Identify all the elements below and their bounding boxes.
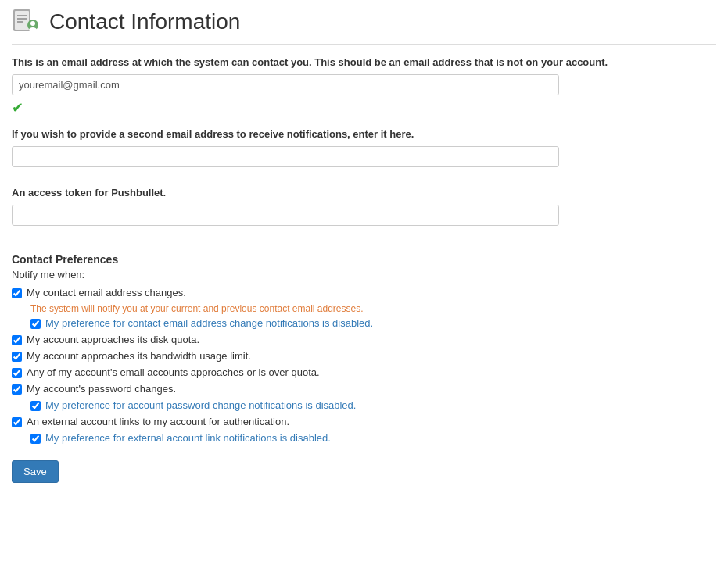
contact-icon [12,8,40,36]
primary-email-group: This is an email address at which the sy… [12,56,716,116]
save-button[interactable]: Save [12,460,59,483]
pref-contact-email-disabled-label: My preference for contact email address … [45,317,373,329]
pref-password-disabled-checkbox[interactable] [30,401,41,411]
pref-password-checkbox[interactable] [12,384,22,395]
pref-email-quota-label: Any of my account's email accounts appro… [27,366,320,378]
pref-external-account-checkbox[interactable] [12,417,22,427]
pushbullet-group: An access token for Pushbullet. [12,187,716,226]
pref-password-disabled-label: My preference for account password chang… [45,399,356,411]
primary-email-description: This is an email address at which the sy… [12,56,716,68]
pref-password-item: My account's password changes. [12,383,716,395]
contact-email-sub-note: The system will notify you at your curre… [30,303,716,314]
pref-disk-quota-checkbox[interactable] [12,335,22,345]
pushbullet-input[interactable] [12,205,559,226]
svg-rect-1 [15,11,29,30]
secondary-email-description: If you wish to provide a second email ad… [12,128,716,140]
contact-preferences-section: Contact Preferences Notify me when: My c… [12,253,716,444]
pref-contact-email-label: My contact email address changes. [27,287,186,298]
pref-email-quota-item: Any of my account's email accounts appro… [12,366,716,378]
page-header: Contact Information [12,8,716,45]
pref-external-disabled-item: My preference for external account link … [30,432,716,444]
page-container: Contact Information This is an email add… [0,0,728,586]
pref-external-disabled-checkbox[interactable] [30,434,41,444]
pref-external-account-item: An external account links to my account … [12,416,716,427]
primary-email-input[interactable] [12,74,559,95]
pref-external-account-label: An external account links to my account … [27,416,289,427]
pref-password-label: My account's password changes. [27,383,176,395]
contact-prefs-title: Contact Preferences [12,253,716,266]
secondary-email-input[interactable] [12,146,559,167]
svg-point-6 [30,21,35,26]
pref-contact-email-disabled-checkbox[interactable] [30,319,41,329]
svg-point-7 [29,27,37,32]
secondary-email-group: If you wish to provide a second email ad… [12,128,716,167]
pref-bandwidth-checkbox[interactable] [12,352,22,362]
pref-password-disabled-item: My preference for account password chang… [30,399,716,411]
pref-email-quota-checkbox[interactable] [12,368,22,378]
pref-bandwidth-item: My account approaches its bandwidth usag… [12,350,716,362]
pref-bandwidth-label: My account approaches its bandwidth usag… [27,350,251,362]
pref-contact-email-disabled-item: My preference for contact email address … [30,317,716,329]
pref-external-disabled-label: My preference for external account link … [45,432,331,444]
pref-disk-quota-item: My account approaches its disk quota. [12,334,716,345]
email-valid-icon: ✔ [12,99,23,116]
pref-contact-email-checkbox[interactable] [12,288,22,298]
notify-label: Notify me when: [12,269,716,280]
pref-contact-email-item: My contact email address changes. [12,287,716,298]
pushbullet-description: An access token for Pushbullet. [12,187,716,198]
page-title: Contact Information [49,9,240,34]
pref-disk-quota-label: My account approaches its disk quota. [27,334,199,345]
